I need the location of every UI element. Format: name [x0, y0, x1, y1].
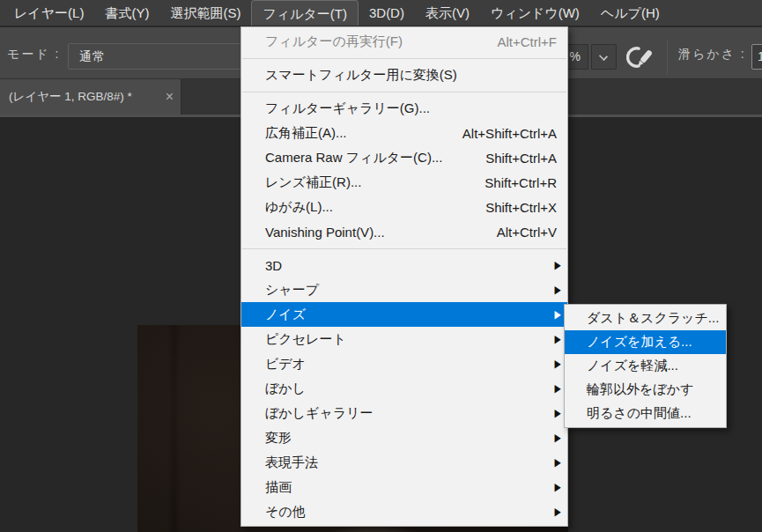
- menu-item-shortcut: Alt+Ctrl+V: [497, 225, 557, 240]
- smoothness-label: 滑らかさ :: [678, 47, 746, 63]
- submenu-arrow-icon: ▶: [554, 309, 560, 320]
- submenu-arrow-icon: ▶: [554, 334, 560, 344]
- menu-item-label: ダスト＆スクラッチ...: [587, 310, 719, 327]
- menu-item-convert-smart-filters[interactable]: スマートフィルター用に変換(S): [241, 63, 567, 87]
- menubar-item-help[interactable]: ヘルプ(H): [590, 0, 670, 26]
- menu-item-reduce-noise[interactable]: ノイズを軽減...: [565, 354, 726, 378]
- mode-label: モード :: [7, 47, 60, 63]
- filter-menu: フィルターの再実行(F) Alt+Ctrl+F スマートフィルター用に変換(S)…: [240, 26, 568, 527]
- menu-item-shortcut: Shift+Ctrl+A: [485, 151, 557, 166]
- menu-item-blur[interactable]: ぼかし ▶: [241, 376, 567, 401]
- menu-item-label: ビデオ: [265, 356, 306, 373]
- menu-item-shortcut: Alt+Ctrl+F: [497, 34, 557, 49]
- menubar-item-type[interactable]: 書式(Y): [94, 0, 159, 26]
- photoshop-window: レイヤー(L) 書式(Y) 選択範囲(S) フィルター(T) 3D(D) 表示(…: [0, 0, 762, 532]
- submenu-arrow-icon: ▶: [554, 432, 560, 443]
- document-tab[interactable]: (レイヤー 1, RGB/8#) * ×: [0, 79, 181, 115]
- close-icon[interactable]: ×: [166, 90, 174, 104]
- menu-item-last-filter: フィルターの再実行(F) Alt+Ctrl+F: [241, 29, 567, 54]
- menu-item-label: ゆがみ(L)...: [265, 199, 333, 216]
- menubar-item-view[interactable]: 表示(V): [415, 0, 480, 26]
- menu-item-label: ノイズを加える...: [587, 334, 692, 351]
- options-divider: [667, 40, 668, 75]
- menu-item-distort[interactable]: 変形 ▶: [241, 425, 567, 450]
- menu-item-label: スマートフィルター用に変換(S): [265, 67, 457, 84]
- menu-item-label: ぼかしギャラリー: [265, 405, 373, 422]
- menu-item-video[interactable]: ビデオ ▶: [241, 351, 567, 376]
- menu-item-label: 描画: [265, 479, 292, 496]
- menu-separator: [242, 58, 566, 59]
- menu-item-label: ノイズ: [265, 307, 306, 323]
- menu-item-label: ぼかし: [265, 381, 306, 397]
- menu-item-noise[interactable]: ノイズ ▶: [241, 302, 567, 327]
- submenu-arrow-icon: ▶: [554, 457, 560, 468]
- menu-bar: レイヤー(L) 書式(Y) 選択範囲(S) フィルター(T) 3D(D) 表示(…: [0, 0, 762, 26]
- menubar-item-window[interactable]: ウィンドウ(W): [480, 0, 590, 26]
- menubar-item-select[interactable]: 選択範囲(S): [159, 0, 251, 26]
- menu-item-label: フィルターの再実行(F): [265, 33, 403, 50]
- menu-item-render[interactable]: 描画 ▶: [241, 475, 567, 499]
- menu-item-label: ノイズを軽減...: [587, 358, 678, 374]
- menu-item-label: 明るさの中間値...: [587, 405, 692, 422]
- smoothness-value-field[interactable]: 1: [751, 44, 762, 70]
- menu-item-shortcut: Alt+Shift+Ctrl+A: [462, 126, 557, 141]
- menu-item-label: その他: [265, 504, 306, 521]
- menu-item-other[interactable]: その他 ▶: [241, 499, 567, 524]
- menu-item-shortcut: Shift+Ctrl+R: [485, 175, 557, 190]
- menu-item-vanishing-point[interactable]: Vanishing Point(V)... Alt+Ctrl+V: [241, 219, 567, 244]
- menubar-item-3d[interactable]: 3D(D): [359, 0, 415, 26]
- menu-item-label: フィルターギャラリー(G)...: [265, 100, 430, 117]
- menu-separator: [242, 248, 566, 249]
- menu-item-label: 表現手法: [265, 454, 318, 471]
- menu-item-label: 変形: [265, 430, 292, 447]
- menu-item-label: Vanishing Point(V)...: [265, 225, 385, 240]
- submenu-arrow-icon: ▶: [554, 358, 560, 369]
- menu-item-label: ピクセレート: [265, 331, 346, 348]
- menu-item-label: 3D: [265, 258, 282, 273]
- menu-item-label: シャープ: [265, 282, 319, 299]
- menu-item-despeckle[interactable]: 輪郭以外をぼかす: [565, 378, 726, 402]
- menu-item-median[interactable]: 明るさの中間値...: [565, 402, 726, 425]
- menu-item-label: 広角補正(A)...: [265, 125, 347, 142]
- noise-submenu: ダスト＆スクラッチ... ノイズを加える... ノイズを軽減... 輪郭以外をぼ…: [564, 304, 727, 428]
- menu-item-blur-gallery[interactable]: ぼかしギャラリー ▶: [241, 401, 567, 425]
- submenu-arrow-icon: ▶: [554, 383, 560, 394]
- menubar-item-layer[interactable]: レイヤー(L): [4, 0, 94, 26]
- chevron-down-icon: [599, 52, 608, 61]
- menu-item-label: Camera Raw フィルター(C)...: [265, 150, 442, 166]
- menu-item-label: 輪郭以外をぼかす: [587, 381, 693, 398]
- menu-item-add-noise[interactable]: ノイズを加える...: [565, 330, 726, 354]
- menu-item-shortcut: Shift+Ctrl+X: [485, 200, 557, 215]
- submenu-arrow-icon: ▶: [554, 408, 560, 418]
- menu-item-label: レンズ補正(R)...: [265, 174, 361, 191]
- menu-item-lens-correction[interactable]: レンズ補正(R)... Shift+Ctrl+R: [241, 170, 567, 195]
- menu-item-adaptive-wide-angle[interactable]: 広角補正(A)... Alt+Shift+Ctrl+A: [241, 121, 567, 145]
- menu-item-filter-gallery[interactable]: フィルターギャラリー(G)...: [241, 96, 567, 121]
- menu-item-camera-raw-filter[interactable]: Camera Raw フィルター(C)... Shift+Ctrl+A: [241, 145, 567, 170]
- submenu-arrow-icon: ▶: [554, 260, 560, 270]
- menu-item-dust-and-scratches[interactable]: ダスト＆スクラッチ...: [565, 307, 726, 330]
- submenu-arrow-icon: ▶: [554, 284, 560, 295]
- menubar-item-filter[interactable]: フィルター(T): [251, 0, 359, 26]
- menu-item-sharpen[interactable]: シャープ ▶: [241, 277, 567, 302]
- airbrush-icon[interactable]: [626, 43, 655, 71]
- menu-item-stylize[interactable]: 表現手法 ▶: [241, 450, 567, 475]
- document-tab-title: (レイヤー 1, RGB/8#) *: [9, 89, 159, 105]
- menu-item-pixelate[interactable]: ピクセレート ▶: [241, 327, 567, 351]
- menu-separator: [242, 92, 566, 92]
- menu-item-3d[interactable]: 3D ▶: [241, 253, 567, 277]
- submenu-arrow-icon: ▶: [554, 482, 560, 492]
- opacity-dropdown-button[interactable]: [591, 44, 617, 70]
- menu-item-liquify[interactable]: ゆがみ(L)... Shift+Ctrl+X: [241, 195, 567, 219]
- submenu-arrow-icon: ▶: [554, 506, 560, 517]
